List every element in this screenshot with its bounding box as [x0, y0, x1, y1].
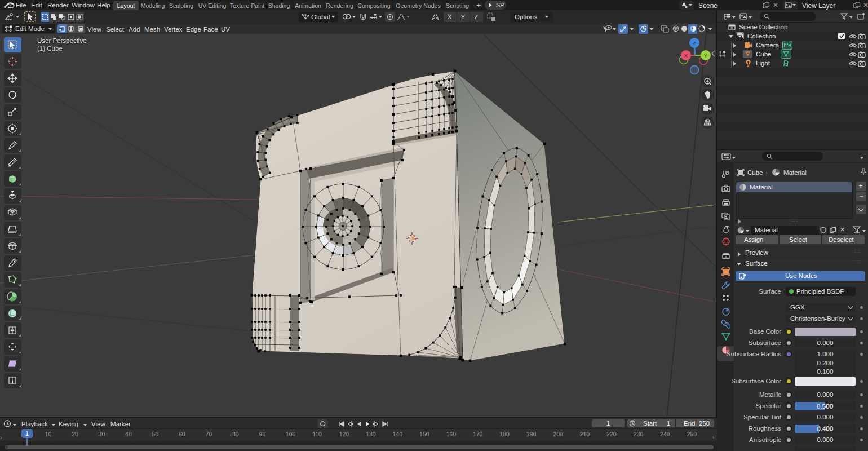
svg-text:Z: Z — [693, 41, 696, 46]
svg-text:X: X — [684, 53, 688, 59]
svg-text:Y: Y — [704, 53, 707, 59]
